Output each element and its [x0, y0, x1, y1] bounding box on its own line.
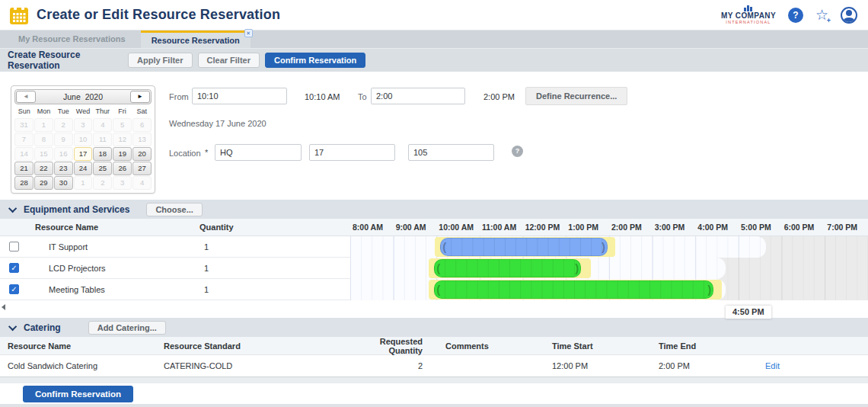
location-room-input[interactable] — [408, 144, 494, 161]
confirm-reservation-button[interactable]: Confirm Reservation — [265, 53, 365, 68]
quantity-cell: 1 — [195, 264, 350, 273]
edit-link[interactable]: Edit — [765, 361, 780, 370]
quantity-column-header: Quantity — [195, 219, 350, 236]
chevron-down-icon[interactable] — [8, 322, 17, 330]
calendar-day: 16 — [54, 147, 73, 161]
day-name: Thur — [93, 107, 113, 117]
row-checkbox[interactable]: ✓ — [9, 263, 19, 273]
calendar-day[interactable]: 21 — [14, 162, 34, 175]
tab-resource-reservation[interactable]: Resource Reservation✕ — [141, 30, 251, 48]
time-column-label: 9:00 AM — [396, 219, 426, 236]
row-checkbox[interactable]: ✓ — [9, 284, 19, 294]
company-logo: MY COMPANY INTERNATIONAL — [721, 5, 776, 25]
location-help-icon[interactable]: ? — [512, 146, 523, 157]
date-picker: ◄ June 2020 ► SunMonTueWedThurFriSat 311… — [11, 85, 155, 194]
calendar-day[interactable]: 23 — [54, 162, 73, 175]
calendar-day: 1 — [34, 118, 53, 132]
reservation-bar[interactable]: () — [434, 280, 713, 299]
row-checkbox[interactable] — [9, 242, 19, 252]
bar-right-handle[interactable]: ) — [602, 239, 605, 252]
calendar-day[interactable]: 20 — [132, 147, 152, 161]
scroll-left-arrow-icon[interactable] — [2, 304, 5, 310]
calendar-day: 9 — [54, 133, 73, 146]
calendar-day-selected[interactable]: 17 — [74, 147, 93, 161]
catering-time-start: 12:00 PM — [544, 361, 651, 370]
previous-month-button[interactable]: ◄ — [16, 91, 36, 103]
from-time-input[interactable] — [192, 88, 287, 104]
calendar-day: 1 — [74, 176, 93, 190]
calendar-year: 2020 — [85, 92, 103, 101]
drag-time-tooltip: 4:50 PM — [726, 306, 771, 319]
resource-name-column-header: Resource Name — [27, 219, 195, 236]
calendar-day[interactable]: 28 — [14, 176, 34, 190]
bottom-edge — [0, 404, 868, 407]
time-column-label: 8:00 AM — [353, 219, 383, 236]
calendar-day: 3 — [74, 118, 93, 132]
time-column-label: 12:00 PM — [525, 219, 560, 236]
reservation-bar[interactable]: () — [440, 238, 608, 256]
to-label: To — [358, 92, 367, 101]
bar-left-handle[interactable]: ( — [436, 282, 440, 295]
catering-column-header: Time End — [651, 341, 758, 351]
calendar-day[interactable]: 19 — [113, 147, 132, 161]
calendar-day[interactable]: 30 — [54, 176, 73, 190]
catering-column-header: Comments — [430, 341, 544, 351]
reservation-bar[interactable]: () — [434, 259, 581, 277]
calendar-day: 4 — [132, 176, 152, 190]
tab-close-icon[interactable]: ✕ — [244, 29, 253, 37]
calendar-day: 12 — [113, 133, 132, 146]
location-floor-input[interactable] — [309, 144, 395, 161]
clear-filter-button[interactable]: Clear Filter — [198, 53, 260, 68]
calendar-day-names: SunMonTueWedThurFriSat — [14, 107, 152, 117]
catering-requested-quantity: 2 — [339, 361, 430, 370]
checkbox-cell — [0, 242, 27, 252]
catering-time-end: 2:00 PM — [651, 361, 758, 370]
location-building-input[interactable] — [215, 144, 302, 161]
equipment-rows: IT Support1()✓LCD Projectors1()✓Meeting … — [0, 236, 868, 300]
calendar-day[interactable]: 22 — [34, 162, 53, 175]
calendar-day[interactable]: 25 — [93, 162, 112, 175]
choose-button[interactable]: Choose... — [146, 203, 203, 216]
quantity-cell: 1 — [195, 242, 350, 252]
calendar-day[interactable]: 24 — [74, 162, 93, 175]
calendar-day: 13 — [132, 133, 152, 146]
bar-left-handle[interactable]: ( — [442, 239, 446, 252]
favorites-star-icon[interactable]: ☆+ — [815, 8, 828, 22]
calendar-month: June — [63, 92, 81, 101]
bar-right-handle[interactable]: ) — [575, 261, 579, 274]
calendar-day: 11 — [93, 133, 112, 146]
app-window: Create or Edit Resource Reservation MY C… — [0, 0, 868, 407]
calendar-day[interactable]: 18 — [93, 147, 112, 161]
catering-resource-standard: CATERING-COLD — [156, 361, 339, 370]
apply-filter-button[interactable]: Apply Filter — [128, 53, 193, 68]
calendar-day[interactable]: 29 — [34, 176, 53, 190]
availability-timeline: () — [350, 279, 868, 300]
calendar-day[interactable]: 27 — [132, 162, 152, 175]
bar-right-handle[interactable]: ) — [707, 282, 711, 295]
next-month-button[interactable]: ► — [130, 91, 150, 103]
calendar-day[interactable]: 26 — [113, 162, 132, 175]
footer: Confirm Reservation — [0, 383, 868, 404]
company-logo-subtitle: INTERNATIONAL — [721, 21, 776, 25]
chevron-down-icon[interactable] — [8, 204, 17, 212]
tab-my-resource-reservations[interactable]: My Resource Reservations — [8, 30, 136, 48]
user-avatar-icon[interactable] — [841, 7, 857, 24]
calendar-day: 3 — [113, 176, 132, 190]
calendar-day: 4 — [93, 118, 112, 132]
define-recurrence-button[interactable]: Define Recurrence... — [525, 87, 627, 105]
time-column-label: 3:00 PM — [655, 219, 685, 236]
to-time-input[interactable] — [371, 88, 465, 104]
catering-column-header: Resource Name — [0, 341, 156, 351]
resource-name-cell: Meeting Tables — [27, 285, 195, 294]
bar-left-handle[interactable]: ( — [436, 261, 440, 274]
help-icon[interactable]: ? — [788, 8, 803, 23]
catering-row-cold-sandwich-catering: Cold Sandwich CateringCATERING-COLD212:0… — [0, 355, 868, 377]
horizontal-scroll-strip: 4:50 PM — [0, 300, 868, 318]
day-name: Mon — [34, 107, 54, 117]
add-catering-button[interactable]: Add Catering... — [88, 321, 166, 335]
calendar-app-icon — [9, 5, 29, 25]
selected-date-text: Wednesday 17 June 2020 — [169, 119, 266, 128]
confirm-reservation-button[interactable]: Confirm Reservation — [23, 386, 133, 402]
resource-name-cell: IT Support — [27, 242, 195, 252]
to-time-display: 2:00 PM — [483, 92, 515, 101]
